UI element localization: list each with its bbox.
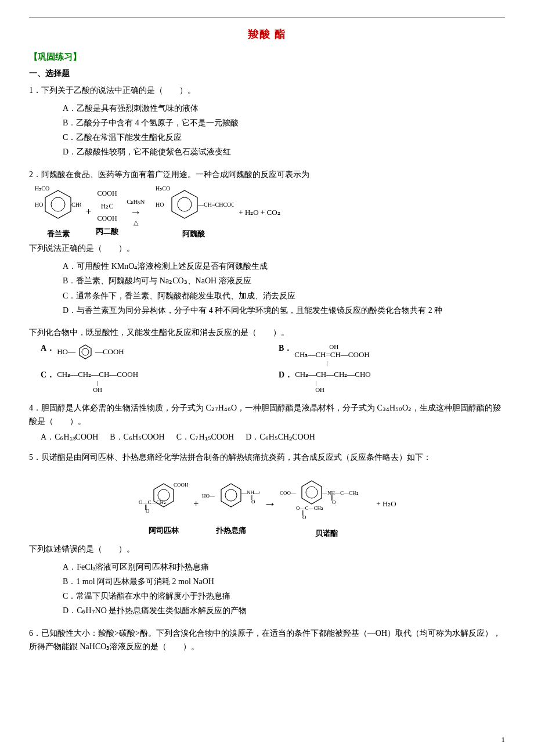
paracetamol-svg: HO— —NH—C—CH₃ ‖ O xyxy=(202,472,260,524)
reaction-arrow-1: C₃H₅N → △ xyxy=(127,198,145,226)
q1-option-d: D．乙酸酸性较弱，它不能使紫色石蕊试液变红 xyxy=(46,145,505,159)
q5-option-b: B．1 mol 阿司匹林最多可消耗 2 mol NaOH xyxy=(46,574,505,589)
h2o-product: + H₂O xyxy=(376,499,396,509)
q3-option-c: C． CH₃—CH₂—CH—COOH | OH xyxy=(41,370,267,393)
svg-text:O: O xyxy=(302,514,306,520)
paracetamol-struct: HO— —NH—C—CH₃ ‖ O 扑热息痛 xyxy=(202,472,260,536)
svg-marker-25 xyxy=(302,481,322,504)
q5-option-c: C．常温下贝诺酯在水中的溶解度小于扑热息痛 xyxy=(46,589,505,603)
q4-option-b: B．C₆H₅COOH xyxy=(110,432,164,442)
q1-option-b: B．乙酸分子中含有 4 个氢原子，它不是一元羧酸 xyxy=(46,116,505,130)
aspirin-svg: COOH O—C—CH₃ ‖ O xyxy=(138,472,190,524)
q4-option-a: A．C₆H₁₃COOH xyxy=(41,432,98,442)
q4-options: A．C₆H₁₃COOH B．C₆H₅COOH C．C₇H₁₅COOH D．C₆H… xyxy=(41,432,505,442)
q1-option-c: C．乙酸在常温下能发生酯化反应 xyxy=(46,130,505,145)
page-title: 羧酸 酯 xyxy=(29,27,505,41)
q3-text: 下列化合物中，既显酸性，又能发生酯化反应和消去反应的是（ ）。 xyxy=(29,328,289,337)
q1-option-a: A．乙酸是具有强烈刺激性气味的液体 xyxy=(46,101,505,116)
binersuean-struct: COOH H₂C COOH 丙二酸 xyxy=(96,188,118,237)
q2-reaction-diagram: H₃CO HO CHO 香兰素 + COOH H₂C COOH xyxy=(35,185,505,239)
svg-point-11 xyxy=(82,348,89,355)
q2-option-d: D．与香兰素互为同分异构体，分子中有 4 种不同化学环境的氢，且能发生银镜反应的… xyxy=(46,303,505,318)
q2-option-a: A．可用酸性 KMnO₄溶液检测上述反应是否有阿魏酸生成 xyxy=(46,259,505,273)
q3-option-a: A． HO— —COOH xyxy=(41,343,267,366)
q5-option-d: D．C₆H₇NO 是扑热息痛发生类似酯水解反应的产物 xyxy=(46,603,505,618)
byproducts: + H₂O + CO₂ xyxy=(239,206,280,219)
xianglansu-svg: H₃CO HO CHO xyxy=(35,185,81,225)
question-1: 1．下列关于乙酸的说法中正确的是（ ）。 A．乙酸是具有强烈刺激性气味的液体 B… xyxy=(29,84,505,160)
question-5: 5．贝诺酯是由阿司匹林、扑热息痛经化学法拼合制备的解热镇痛抗炎药，其合成反应式（… xyxy=(29,451,505,618)
svg-point-20 xyxy=(225,489,237,501)
aweisuean-struct: H₃CO HO —CH=CHCOOH 阿魏酸 xyxy=(153,185,234,239)
q5-reaction-diagram: COOH O—C—CH₃ ‖ O 阿司匹林 + HO— xyxy=(29,469,505,539)
q4-option-c: C．C₇H₁₅COOH xyxy=(176,432,234,442)
svg-text:O—C—CH₃: O—C—CH₃ xyxy=(139,499,166,505)
svg-text:CHO: CHO xyxy=(71,201,81,208)
svg-text:—NH—C—CH₃: —NH—C—CH₃ xyxy=(322,490,359,496)
svg-text:HO: HO xyxy=(35,201,43,208)
q2-option-c: C．通常条件下，香兰素、阿魏酸都能发生取代、加成、消去反应 xyxy=(46,289,505,303)
svg-text:COOH: COOH xyxy=(174,482,189,488)
q2-options: A．可用酸性 KMnO₄溶液检测上述反应是否有阿魏酸生成 B．香兰素、阿魏酸均可… xyxy=(46,259,505,318)
svg-marker-0 xyxy=(45,190,71,218)
svg-marker-10 xyxy=(80,345,91,359)
aspirin-struct: COOH O—C—CH₃ ‖ O 阿司匹林 xyxy=(138,472,190,536)
q4-number: 4． xyxy=(29,404,41,412)
svg-text:—CH=CHCOOH: —CH=CHCOOH xyxy=(197,201,234,208)
q2-subtext: 下列说法正确的是（ ）。 xyxy=(29,242,505,255)
svg-point-26 xyxy=(306,487,317,498)
plus-1: + xyxy=(86,207,91,217)
q1-options: A．乙酸是具有强烈刺激性气味的液体 B．乙酸分子中含有 4 个氢原子，它不是一元… xyxy=(46,101,505,160)
aspirin-label: 阿司匹林 xyxy=(149,525,179,536)
q2-option-b: B．香兰素、阿魏酸均可与 Na₂CO₃、NaOH 溶液反应 xyxy=(46,273,505,288)
section-header: 【巩固练习】 xyxy=(29,52,505,63)
reaction-arrow-2: → xyxy=(264,496,276,512)
aweisuean-svg: H₃CO HO —CH=CHCOOH xyxy=(153,185,234,225)
q5-number: 5． xyxy=(29,453,41,462)
q5-option-a: A．FeCl₃溶液可区别阿司匹林和扑热息痛 xyxy=(46,560,505,574)
svg-point-6 xyxy=(178,197,192,211)
svg-text:O: O xyxy=(332,499,336,505)
benorilate-label: 贝诺酯 xyxy=(315,528,338,539)
benorilate-svg: COO— O—C—CH₃ ‖ O —NH—C—CH₃ ‖ O xyxy=(280,469,373,527)
q3-option-b: B． OH CH₃—CH=CH—COOH | xyxy=(279,343,505,366)
q6-text: 6．已知酸性大小：羧酸>碳酸>酚。下列含溴化合物中的溴原子，在适当的条件下都能被… xyxy=(29,627,505,654)
q2-text: 2．阿魏酸在食品、医药等方面有着广泛用途。一种合成阿魏酸的反应可表示为 xyxy=(29,168,505,182)
page-number: 1 xyxy=(501,735,506,744)
q3-option-d: D． CH₃—CH—CH₂—CHO |OH xyxy=(279,370,505,393)
aweisuean-label: 阿魏酸 xyxy=(182,229,205,239)
question-6: 6．已知酸性大小：羧酸>碳酸>酚。下列含溴化合物中的溴原子，在适当的条件下都能被… xyxy=(29,627,505,654)
question-4: 4．胆固醇是人体必需的生物活性物质，分子式为 C₂₇H₄₆O，一种胆固醇酯是液晶… xyxy=(29,401,505,443)
question-3: 下列化合物中，既显酸性，又能发生酯化反应和消去反应的是（ ）。 A． HO— —… xyxy=(29,326,505,393)
svg-marker-19 xyxy=(221,484,241,507)
q5-options: A．FeCl₃溶液可区别阿司匹林和扑热息痛 B．1 mol 阿司匹林最多可消耗 … xyxy=(46,560,505,618)
q2-number: 2． xyxy=(29,170,41,179)
svg-text:H₃CO: H₃CO xyxy=(156,185,170,192)
plus-2: + xyxy=(193,499,199,509)
svg-marker-5 xyxy=(172,190,197,218)
question-2: 2．阿魏酸在食品、医药等方面有着广泛用途。一种合成阿魏酸的反应可表示为 H₃CO… xyxy=(29,168,505,318)
q1-number: 1． xyxy=(29,86,41,95)
q5-subtext: 下列叙述错误的是（ ）。 xyxy=(29,542,505,556)
q1-text: 1．下列关于乙酸的说法中正确的是（ ）。 xyxy=(29,84,505,98)
svg-text:HO: HO xyxy=(156,201,164,208)
q4-text: 4．胆固醇是人体必需的生物活性物质，分子式为 C₂₇H₄₆O，一种胆固醇酯是液晶… xyxy=(29,401,505,429)
bingersuean-label: 丙二酸 xyxy=(96,226,118,237)
svg-text:O—C—CH₃: O—C—CH₃ xyxy=(296,505,323,511)
svg-point-1 xyxy=(51,197,65,211)
benzene-ring-a xyxy=(77,343,94,361)
svg-text:COO—: COO— xyxy=(280,490,297,496)
q3-options: A． HO— —COOH B． OH CH₃—CH=CH—COOH | C． xyxy=(41,343,505,393)
q6-number: 6． xyxy=(29,629,41,638)
svg-text:O: O xyxy=(146,508,150,514)
xianglansu-label: 香兰素 xyxy=(47,229,70,239)
q5-text: 5．贝诺酯是由阿司匹林、扑热息痛经化学法拼合制备的解热镇痛抗炎药，其合成反应式（… xyxy=(29,451,505,465)
q4-option-d: D．C₆H₅CH₂COOH xyxy=(246,432,315,442)
section-type: 一、选择题 xyxy=(29,69,505,79)
paracetamol-label: 扑热息痛 xyxy=(216,525,246,536)
benorilate-struct: COO— O—C—CH₃ ‖ O —NH—C—CH₃ ‖ O 贝诺酯 xyxy=(280,469,373,539)
svg-text:H₃CO: H₃CO xyxy=(35,185,49,192)
svg-text:HO—: HO— xyxy=(202,493,215,499)
svg-text:O: O xyxy=(251,499,255,505)
top-divider xyxy=(29,17,505,18)
